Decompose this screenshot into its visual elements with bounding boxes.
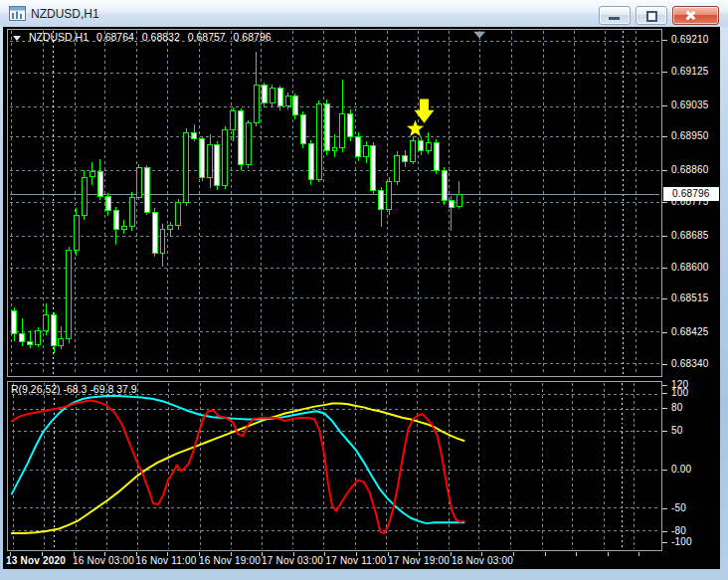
bear-candle — [262, 86, 267, 103]
candlestick-chart[interactable] — [7, 29, 662, 377]
title-bar[interactable]: NZDUSD,H1 — [0, 0, 728, 27]
bull-candle — [456, 194, 461, 206]
bull-candle — [223, 129, 228, 186]
bear-candle — [12, 311, 17, 333]
bull-candle — [121, 226, 126, 229]
bear-candle — [20, 333, 25, 341]
bull-candle — [340, 114, 345, 148]
bull-candle — [395, 155, 400, 181]
bear-candle — [200, 139, 205, 178]
window-controls — [599, 6, 719, 25]
indicator-panel[interactable] — [7, 381, 662, 551]
minimize-button[interactable] — [599, 6, 631, 25]
red-indicator-line — [12, 400, 464, 533]
bear-candle — [52, 315, 57, 346]
chart-shift-marker-icon — [473, 32, 485, 39]
bear-candle — [292, 97, 297, 115]
bull-candle — [411, 141, 416, 162]
bear-candle — [434, 143, 439, 171]
minimize-icon — [609, 17, 620, 20]
bull-candle — [254, 86, 259, 123]
close-button[interactable] — [672, 6, 719, 25]
bull-candle — [59, 339, 64, 345]
bear-candle — [277, 89, 282, 105]
bear-candle — [324, 103, 329, 150]
bull-candle — [184, 132, 189, 202]
bull-candle — [316, 103, 321, 179]
bear-candle — [308, 144, 313, 180]
bear-candle — [371, 146, 376, 191]
bull-candle — [247, 123, 252, 165]
star-icon — [407, 120, 424, 136]
bear-candle — [144, 167, 149, 212]
window-title: NZDUSD,H1 — [31, 7, 99, 21]
bear-candle — [28, 341, 33, 344]
bull-candle — [75, 215, 80, 250]
bull-candle — [364, 146, 369, 156]
restore-button[interactable] — [636, 6, 667, 25]
bear-candle — [97, 172, 102, 197]
bear-candle — [348, 114, 353, 136]
bear-candle — [403, 155, 408, 161]
bull-candle — [387, 182, 392, 210]
chart-window-icon — [9, 6, 26, 21]
bull-candle — [426, 143, 431, 150]
bull-candle — [82, 177, 87, 215]
bull-candle — [285, 97, 290, 105]
bull-candle — [176, 202, 181, 225]
restore-icon — [646, 11, 657, 22]
header-low: 0.68757 — [188, 31, 226, 43]
chart-ohlc-header: NZDUSD,H1 0.68764 0.68832 0.68757 0.6879… — [13, 31, 276, 43]
bear-candle — [192, 132, 197, 138]
symbol-expander-icon[interactable] — [13, 36, 21, 41]
header-close: 0.68796 — [234, 31, 272, 43]
header-open: 0.68764 — [96, 31, 134, 43]
bear-candle — [215, 144, 220, 186]
bull-candle — [67, 250, 72, 338]
bull-candle — [231, 111, 236, 130]
bear-candle — [356, 136, 361, 156]
header-high: 0.68832 — [142, 31, 180, 43]
bull-candle — [90, 172, 94, 177]
indicator-header: R(9,26,52) -68.3 -69.8 37.9 — [11, 383, 137, 395]
bear-candle — [105, 196, 110, 210]
bull-candle — [36, 330, 41, 344]
bear-candle — [419, 141, 424, 151]
header-symbol: NZDUSD,H1 — [29, 31, 89, 43]
bull-candle — [208, 144, 213, 178]
bull-candle — [332, 147, 337, 150]
bull-candle — [129, 197, 134, 226]
bear-candle — [239, 111, 244, 165]
bear-candle — [300, 114, 305, 143]
bear-candle — [449, 200, 454, 207]
bull-candle — [168, 225, 173, 229]
bear-candle — [442, 170, 447, 200]
yellow-indicator-line — [12, 404, 464, 533]
bull-candle — [136, 167, 141, 197]
bear-candle — [113, 211, 118, 230]
bid-price-tag: 0.68796 — [663, 187, 719, 201]
bull-candle — [44, 315, 49, 331]
bear-candle — [379, 190, 384, 209]
bull-candle — [270, 89, 274, 103]
bear-candle — [152, 212, 157, 253]
bull-candle — [160, 229, 165, 253]
